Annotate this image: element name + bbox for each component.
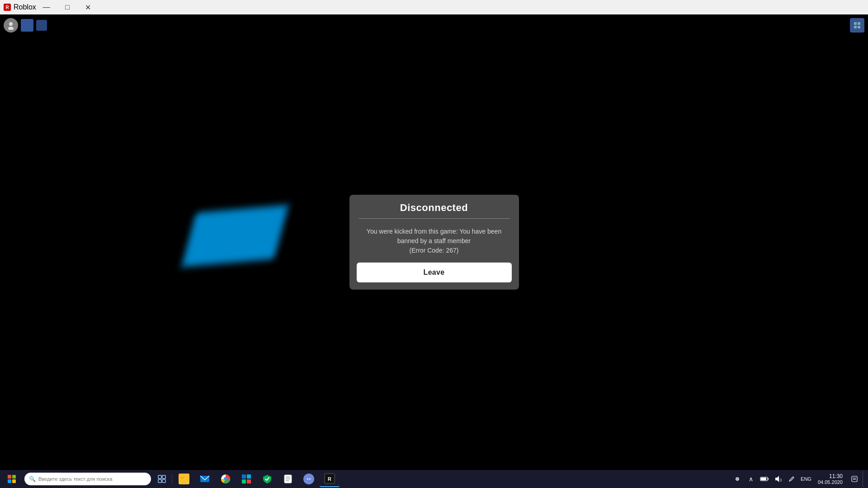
taskbar-security[interactable] xyxy=(257,471,277,487)
maximize-button[interactable]: □ xyxy=(57,0,78,14)
taskbar-mail[interactable] xyxy=(195,471,215,487)
modal-body: You were kicked from this game: You have… xyxy=(349,219,519,263)
svg-rect-18 xyxy=(242,479,246,483)
show-desktop-button[interactable] xyxy=(863,471,866,487)
taskbar-notepad[interactable] xyxy=(278,471,298,487)
svg-text:)))): )))) xyxy=(779,478,782,482)
svg-text:R: R xyxy=(328,476,331,482)
clock-time: 11:30 xyxy=(818,473,843,479)
svg-rect-21 xyxy=(286,477,290,478)
taskbar-chrome[interactable] xyxy=(216,471,236,487)
close-button[interactable]: ✕ xyxy=(78,0,99,14)
modal-header: Disconnected xyxy=(349,195,519,218)
svg-point-24 xyxy=(307,479,308,480)
notepad-icon xyxy=(283,474,293,484)
svg-rect-7 xyxy=(162,475,165,479)
svg-rect-8 xyxy=(158,479,161,483)
security-icon xyxy=(262,474,273,484)
svg-rect-12 xyxy=(180,476,183,478)
svg-rect-6 xyxy=(158,475,161,479)
titlebar: R Roblox — □ ✕ xyxy=(0,0,868,14)
clock-date: 04.05.2020 xyxy=(818,479,843,485)
show-hidden-icons[interactable]: ∧ xyxy=(745,473,757,485)
file-explorer-icon xyxy=(179,474,189,484)
modal-footer: Leave xyxy=(349,263,519,290)
taskbar-search[interactable]: 🔍 xyxy=(24,473,151,485)
app-icon: R xyxy=(4,4,11,11)
windows-logo xyxy=(8,475,16,483)
taskbar-divider-1 xyxy=(172,474,172,484)
disconnected-modal: Disconnected You were kicked from this g… xyxy=(349,195,519,290)
svg-rect-23 xyxy=(286,480,289,481)
svg-rect-17 xyxy=(247,474,251,479)
svg-point-25 xyxy=(309,479,311,480)
system-tray: ∧ )))) ENG 11:30 04.05.2020 xyxy=(731,471,866,487)
svg-rect-22 xyxy=(286,479,290,479)
titlebar-title: Roblox xyxy=(14,3,36,11)
task-view-button[interactable] xyxy=(154,471,170,487)
svg-marker-33 xyxy=(775,476,779,482)
language-indicator[interactable]: ENG xyxy=(799,476,813,482)
modal-message: You were kicked from this game: You have… xyxy=(367,228,501,254)
taskbar-discord[interactable] xyxy=(299,471,319,487)
taskbar-file-explorer[interactable] xyxy=(174,471,194,487)
notifications-button[interactable] xyxy=(847,471,862,487)
roblox-icon: R xyxy=(324,473,335,484)
svg-rect-16 xyxy=(242,474,246,479)
battery-icon[interactable] xyxy=(758,473,771,485)
taskbar: 🔍 xyxy=(0,470,868,488)
modal-overlay: Disconnected You were kicked from this g… xyxy=(0,14,868,470)
modal-title: Disconnected xyxy=(400,202,468,213)
svg-rect-35 xyxy=(852,476,857,482)
taskbar-store[interactable] xyxy=(236,471,256,487)
mail-icon xyxy=(199,474,210,484)
pen-icon[interactable] xyxy=(785,473,798,485)
taskbar-roblox[interactable]: R xyxy=(320,471,340,487)
start-button[interactable] xyxy=(2,471,22,487)
system-clock[interactable]: 11:30 04.05.2020 xyxy=(814,473,846,485)
search-icon: 🔍 xyxy=(29,476,36,482)
chrome-icon xyxy=(220,474,231,484)
leave-button[interactable]: Leave xyxy=(357,263,512,282)
minimize-button[interactable]: — xyxy=(36,0,57,14)
svg-rect-19 xyxy=(247,479,251,483)
titlebar-controls: — □ ✕ xyxy=(36,0,99,14)
svg-point-29 xyxy=(737,479,738,480)
svg-rect-9 xyxy=(162,479,165,483)
discord-icon xyxy=(303,474,314,484)
volume-icon[interactable]: )))) xyxy=(772,473,784,485)
svg-rect-32 xyxy=(761,478,766,480)
game-area: Disconnected You were kicked from this g… xyxy=(0,14,868,470)
svg-rect-31 xyxy=(768,478,769,480)
search-input[interactable] xyxy=(38,476,146,482)
network-icon[interactable] xyxy=(731,473,744,485)
store-icon xyxy=(241,474,252,484)
